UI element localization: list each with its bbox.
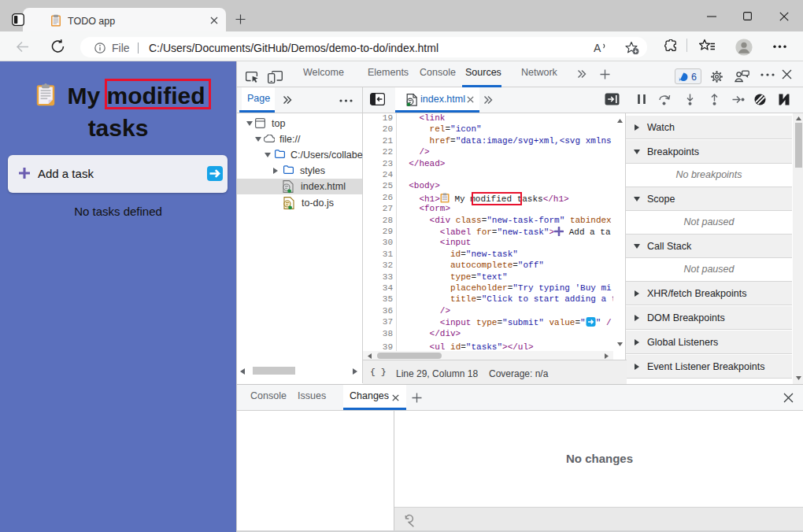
svg-text:A: A [594,42,601,54]
